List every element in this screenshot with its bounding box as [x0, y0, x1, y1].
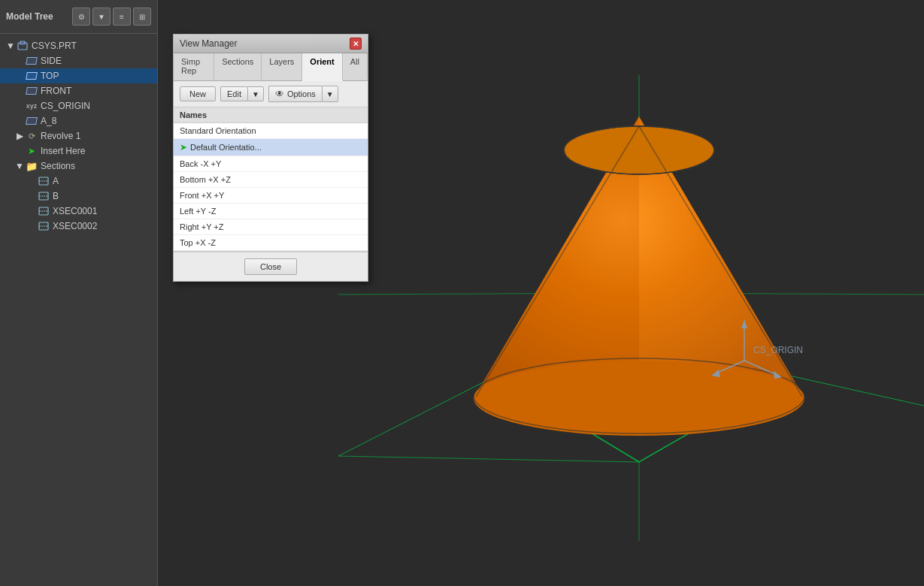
model-tree-header: Model Tree ⚙ ▼ ≡ ⊞ — [0, 0, 157, 34]
expander-revolve1[interactable]: ▶ — [15, 131, 24, 140]
vm-item-standard[interactable]: Standard Orientation — [174, 123, 368, 139]
vm-item-bottom[interactable]: Bottom +X +Z — [174, 172, 368, 188]
tree-label-sections: Sections — [41, 161, 75, 171]
vm-footer: Close — [174, 252, 368, 281]
plane-icon-a8 — [26, 115, 38, 127]
tree-label-top: TOP — [41, 71, 59, 81]
tree-extra-button[interactable]: ⊞ — [133, 8, 151, 26]
tree-item-xsec0001[interactable]: ▶ XSEC0001 — [0, 204, 157, 219]
vm-orientations-list: Standard Orientation ➤ Default Orientati… — [174, 123, 368, 252]
vm-edit-group: Edit ▼ — [220, 86, 264, 101]
vm-options-button[interactable]: 👁 Options — [268, 86, 322, 102]
vm-title: View Manager — [180, 38, 238, 49]
tree-filter-button[interactable]: ▼ — [92, 8, 111, 26]
vm-item-label-front: Front +X +Y — [180, 191, 224, 200]
tree-item-top[interactable]: ▶ TOP — [0, 68, 157, 83]
vm-item-right[interactable]: Right +Y +Z — [174, 219, 368, 235]
tab-sections[interactable]: Sections — [214, 53, 262, 80]
vm-item-label-top: Top +X -Z — [180, 238, 216, 247]
revolve-icon: ⟳ — [26, 130, 38, 142]
vm-item-left[interactable]: Left +Y -Z — [174, 204, 368, 219]
folder-icon-sections: 📁 — [26, 160, 38, 172]
cs-icon: xyz — [26, 100, 38, 112]
tree-item-xsec0002[interactable]: ▶ XSEC0002 — [0, 219, 157, 234]
tree-content: ▼ CSYS.PRT ▶ SIDE ▶ TOP ▶ — [0, 34, 157, 586]
part-icon — [17, 40, 29, 52]
tree-item-a8[interactable]: ▶ A_8 — [0, 113, 157, 128]
vm-options-dropdown[interactable]: ▼ — [322, 86, 338, 102]
section-icon-xsec0002 — [38, 220, 50, 232]
tab-orient[interactable]: Orient — [302, 53, 342, 81]
tree-columns-button[interactable]: ≡ — [113, 8, 131, 26]
tree-item-cs-origin[interactable]: ▶ xyz CS_ORIGIN — [0, 98, 157, 113]
tree-label-xsec0002: XSEC0002 — [53, 221, 97, 231]
section-icon-b — [38, 190, 50, 202]
expander-sections[interactable]: ▼ — [15, 162, 24, 171]
tree-item-insert-here[interactable]: ▶ ➤ Insert Here — [0, 143, 157, 159]
tree-item-section-b[interactable]: ▶ B — [0, 189, 157, 204]
tree-item-front[interactable]: ▶ FRONT — [0, 83, 157, 98]
tree-item-side[interactable]: ▶ SIDE — [0, 53, 157, 68]
svg-text:CS_ORIGIN: CS_ORIGIN — [753, 345, 803, 355]
tree-label-revolve1: Revolve 1 — [41, 131, 80, 141]
vm-new-button[interactable]: New — [180, 86, 216, 101]
expander-csys-prt[interactable]: ▼ — [6, 41, 15, 50]
plane-icon-side — [26, 55, 38, 67]
sidebar: Model Tree ⚙ ▼ ≡ ⊞ ▼ CSYS.PRT ▶ SIDE ▶ — [0, 0, 158, 586]
svg-line-13 — [789, 376, 924, 406]
vm-item-top[interactable]: Top +X -Z — [174, 235, 368, 251]
eye-icon: 👁 — [275, 89, 284, 99]
tree-item-revolve1[interactable]: ▶ ⟳ Revolve 1 — [0, 128, 157, 143]
vm-item-label-standard: Standard Orientation — [180, 126, 256, 135]
section-icon-a — [38, 175, 50, 187]
vm-item-label-default: Default Orientatio... — [190, 143, 262, 152]
tree-label-xsec0001: XSEC0001 — [53, 206, 97, 216]
tree-header-icons: ⚙ ▼ ≡ ⊞ — [72, 8, 151, 26]
vm-item-back[interactable]: Back -X +Y — [174, 156, 368, 172]
tree-label-front: FRONT — [41, 86, 71, 96]
vm-edit-dropdown[interactable]: ▼ — [247, 86, 264, 101]
model-tree-label: Model Tree — [6, 11, 53, 22]
vm-item-front[interactable]: Front +X +Y — [174, 188, 368, 204]
svg-rect-0 — [18, 43, 27, 50]
vm-options-group: 👁 Options ▼ — [268, 86, 338, 102]
view-manager-dialog: View Manager ✕ Simp Rep Sections Layers … — [173, 34, 368, 282]
tab-simp-rep[interactable]: Simp Rep — [174, 53, 214, 80]
tree-label-csys-prt: CSYS.PRT — [32, 41, 77, 51]
arrow-icon-default: ➤ — [180, 142, 187, 153]
section-icon-xsec0001 — [38, 205, 50, 217]
vm-edit-button[interactable]: Edit — [220, 86, 247, 101]
vm-item-label-back: Back -X +Y — [180, 159, 221, 168]
tab-all[interactable]: All — [343, 53, 368, 80]
plane-icon-top — [26, 70, 38, 82]
vm-names-header: Names — [174, 107, 368, 123]
insert-icon: ➤ — [26, 145, 38, 157]
tree-label-insert: Insert Here — [41, 146, 85, 156]
vm-close-footer-button[interactable]: Close — [244, 258, 297, 275]
vm-item-label-bottom: Bottom +X +Z — [180, 175, 231, 184]
vm-titlebar: View Manager ✕ — [174, 35, 368, 53]
vm-tabs: Simp Rep Sections Layers Orient All — [174, 53, 368, 81]
vm-item-label-right: Right +Y +Z — [180, 222, 224, 231]
tree-item-csys-prt[interactable]: ▼ CSYS.PRT — [0, 38, 157, 53]
tree-label-side: SIDE — [41, 56, 62, 66]
vm-item-label-left: Left +Y -Z — [180, 207, 216, 216]
tab-layers[interactable]: Layers — [262, 53, 302, 80]
svg-point-21 — [474, 361, 804, 436]
tree-label-section-b: B — [53, 191, 59, 201]
tree-label-a8: A_8 — [41, 116, 56, 126]
vm-toolbar: New Edit ▼ 👁 Options ▼ — [174, 81, 368, 107]
vm-close-button[interactable]: ✕ — [350, 38, 362, 50]
tree-item-section-a[interactable]: ▶ A — [0, 174, 157, 189]
tree-label-section-a: A — [53, 176, 59, 186]
svg-line-15 — [338, 456, 639, 462]
plane-icon-front — [26, 85, 38, 97]
tree-settings-button[interactable]: ⚙ — [72, 8, 90, 26]
vm-item-default[interactable]: ➤ Default Orientatio... — [174, 139, 368, 156]
svg-line-11 — [338, 376, 496, 456]
tree-label-cs-origin: CS_ORIGIN — [41, 101, 90, 111]
tree-item-sections[interactable]: ▼ 📁 Sections — [0, 159, 157, 174]
